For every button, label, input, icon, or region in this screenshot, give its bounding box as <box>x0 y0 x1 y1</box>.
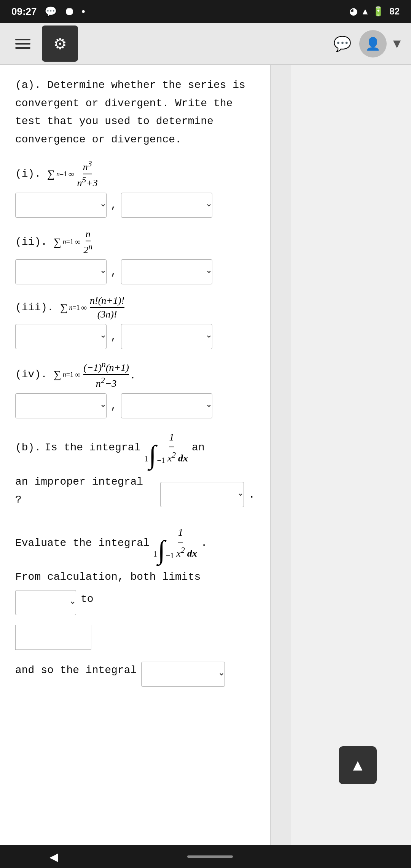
part-a-description: Determine whether the series is converge… <box>15 79 245 145</box>
scroll-to-top-button[interactable]: ▲ <box>339 746 377 784</box>
period-1: . <box>249 489 255 501</box>
right-panel <box>270 65 291 845</box>
conclusion-row: and so the integral <box>15 661 255 687</box>
integral-formula-1: 1 ∫ −1 1 x2 dx <box>144 429 188 467</box>
series-ii-label: (ii). ∑ n=1 ∞ n 2n <box>15 228 255 256</box>
series-iii-block: (iii). ∑ n=1 ∞ n!(n+1)! (3n)! , <box>15 295 255 349</box>
series-i-label: (i). ∑ n=1 ∞ n3 n5+3 <box>15 159 255 188</box>
content-panel: (a). Determine whether the series is con… <box>0 65 270 845</box>
series-i-formula: ∑ n=1 ∞ n3 n5+3 <box>47 159 99 188</box>
series-i-dropdown-1[interactable] <box>15 193 107 218</box>
input-box-container <box>15 621 255 654</box>
dot-icon: • <box>82 6 85 18</box>
series-i-dropdowns: , <box>15 193 255 218</box>
comma-1: , <box>110 199 117 212</box>
chat-icon: 💬 <box>333 35 351 52</box>
toolbar-left: ⚙ <box>8 26 78 62</box>
chevron-down-icon: ▼ <box>390 36 403 51</box>
series-ii-formula: ∑ n=1 ∞ n 2n <box>54 228 94 256</box>
whatsapp-icon: 💬 <box>45 6 57 18</box>
comma-2: , <box>110 265 117 278</box>
conclusion-dropdown[interactable] <box>141 662 225 687</box>
improper-question-row: an improper integral ? . <box>15 473 255 517</box>
lower-limit-2: −1 <box>166 549 174 562</box>
series-ii-block: (ii). ∑ n=1 ∞ n 2n , <box>15 228 255 285</box>
part-b-text-1: (b). Is the integral 1 ∫ −1 1 x2 dx <box>15 429 255 467</box>
status-bar: 09:27 💬 ⏺ • ◕ ▴ 🔋 82 <box>0 0 411 23</box>
limits-dropdown[interactable] <box>15 590 76 615</box>
part-a-block: (a). Determine whether the series is con… <box>15 76 255 148</box>
main-content: (a). Determine whether the series is con… <box>0 65 411 845</box>
series-ii-dropdowns: , <box>15 259 255 284</box>
record-icon: ⏺ <box>64 6 74 18</box>
series-iii-formula: ∑ n=1 ∞ n!(n+1)! (3n)! <box>60 295 126 320</box>
toolbar: ⚙ 💬 👤 ▼ <box>0 23 411 65</box>
series-iv-formula: ∑ n=1 ∞ (−1)n(n+1) n2−3 . <box>54 360 134 389</box>
integral-sign-2: ∫ <box>158 538 165 562</box>
to-label: to <box>81 590 94 608</box>
status-bar-right: ◕ ▴ 🔋 82 <box>349 6 400 17</box>
part-b-label: (b). <box>15 439 41 457</box>
series-iv-label: (iv). ∑ n=1 ∞ (−1)n(n+1) n2−3 . <box>15 360 255 389</box>
chevron-button[interactable]: ▼ <box>390 36 403 51</box>
comma-4: , <box>110 399 117 412</box>
menu-line-1 <box>15 39 30 40</box>
series-ii-dropdown-1[interactable] <box>15 259 107 284</box>
dx-1: dx <box>178 450 188 467</box>
battery-icon: 🔋 <box>373 6 384 17</box>
integral-formula-2: 1 ∫ −1 1 x2 dx <box>153 524 197 562</box>
upper-limit-1: 1 <box>144 452 148 465</box>
time-display: 09:27 <box>11 6 37 18</box>
back-button[interactable]: ◀ <box>38 846 70 867</box>
series-iii-dropdown-1[interactable] <box>15 324 107 349</box>
series-iv-dropdowns: , <box>15 393 255 418</box>
series-i-dropdown-2[interactable] <box>121 193 212 218</box>
chevron-up-icon: ▲ <box>350 756 366 774</box>
part-a-label: (a). <box>15 79 41 91</box>
series-iv-dropdown-1[interactable] <box>15 393 107 418</box>
menu-button[interactable] <box>8 29 38 59</box>
improper-dropdown[interactable] <box>160 482 244 507</box>
limits-row: to <box>15 590 255 616</box>
evaluate-label: Evaluate the integral <box>15 534 150 552</box>
avatar-icon: 👤 <box>365 37 381 51</box>
gear-icon: ⚙ <box>53 35 67 53</box>
part-a-text: (a). Determine whether the series is con… <box>15 76 255 148</box>
toolbar-right: 💬 👤 ▼ <box>329 30 403 57</box>
status-bar-left: 09:27 💬 ⏺ • <box>11 6 85 18</box>
forward-button[interactable] <box>350 853 373 860</box>
bottom-nav-bar: ◀ <box>0 845 411 868</box>
gear-button[interactable]: ⚙ <box>42 26 78 62</box>
series-iv-block: (iv). ∑ n=1 ∞ (−1)n(n+1) n2−3 . , <box>15 360 255 418</box>
from-calculation-text: From calculation, both limits <box>15 568 255 586</box>
series-ii-dropdown-2[interactable] <box>121 259 212 284</box>
improper-label: an improper integral ? <box>15 473 156 509</box>
series-iii-dropdowns: , <box>15 324 255 349</box>
chat-button[interactable]: 💬 <box>329 30 355 57</box>
lower-limit-1: −1 <box>157 454 165 467</box>
part-b-block: (b). Is the integral 1 ∫ −1 1 x2 dx <box>15 429 255 687</box>
conclusion-text: and so the integral <box>15 661 137 680</box>
battery-level: 82 <box>389 6 400 17</box>
menu-line-2 <box>15 43 30 45</box>
dx-2: dx <box>187 545 197 562</box>
limits-input[interactable] <box>15 625 91 650</box>
period-2: . <box>201 534 207 552</box>
integral-sign-1: ∫ <box>149 443 156 467</box>
part-b-intro: Is the integral <box>45 439 140 457</box>
comma-3: , <box>110 330 117 343</box>
signal-icon: ▴ <box>363 6 367 17</box>
upper-limit-2: 1 <box>153 547 157 560</box>
series-iii-label: (iii). ∑ n=1 ∞ n!(n+1)! (3n)! <box>15 295 255 320</box>
avatar-button[interactable]: 👤 <box>359 30 387 57</box>
part-b-an: an <box>192 439 205 457</box>
series-iv-dropdown-2[interactable] <box>121 393 212 418</box>
nav-pill <box>187 855 233 858</box>
part-b-evaluate-row: Evaluate the integral 1 ∫ −1 1 x2 dx <box>15 524 255 562</box>
series-i-block: (i). ∑ n=1 ∞ n3 n5+3 , <box>15 159 255 217</box>
wifi-icon: ◕ <box>349 6 357 17</box>
back-icon: ◀ <box>49 850 58 863</box>
menu-line-3 <box>15 47 30 49</box>
series-iii-dropdown-2[interactable] <box>121 324 212 349</box>
